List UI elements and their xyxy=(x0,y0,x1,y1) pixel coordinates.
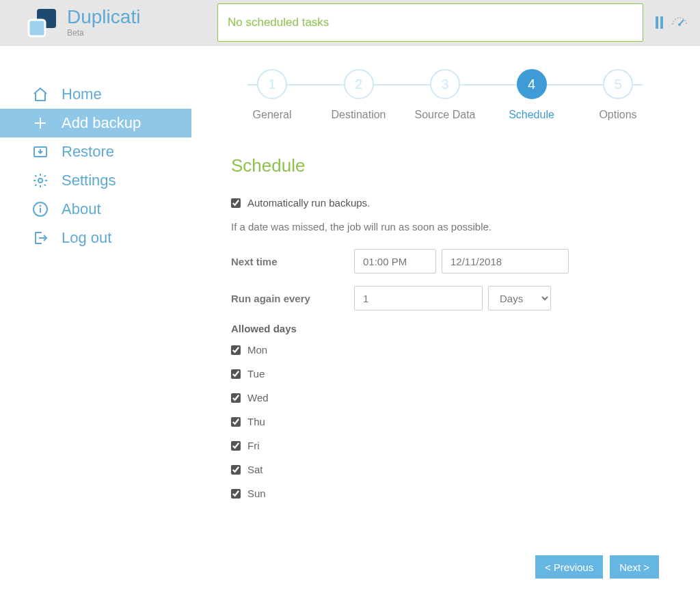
svg-rect-1 xyxy=(29,20,45,36)
sidebar-item-settings[interactable]: Settings xyxy=(0,166,191,195)
day-label: Tue xyxy=(247,368,265,380)
schedule-hint: If a date was missed, the job will run a… xyxy=(231,221,659,233)
gear-icon xyxy=(31,172,49,189)
sidebar-item-add-backup[interactable]: Add backup xyxy=(0,109,191,137)
status-box: No scheduled tasks xyxy=(217,3,643,42)
step-number: 4 xyxy=(517,69,547,99)
step-number: 5 xyxy=(603,69,633,99)
section-heading: Schedule xyxy=(231,155,659,176)
home-icon xyxy=(31,85,49,103)
content: 1 General 2 Destination 3 Source Data 4 … xyxy=(191,46,700,610)
sidebar-item-logout[interactable]: Log out xyxy=(0,224,191,252)
step-source-data[interactable]: 3 Source Data xyxy=(404,69,486,121)
sidebar-item-label: Log out xyxy=(62,229,111,247)
day-mon-checkbox[interactable] xyxy=(231,345,241,355)
next-date-input[interactable] xyxy=(442,249,569,274)
plus-icon xyxy=(31,114,49,132)
step-label: Destination xyxy=(318,109,400,121)
day-thu-checkbox[interactable] xyxy=(231,417,241,427)
day-label: Sun xyxy=(247,488,266,499)
status-text: No scheduled tasks xyxy=(228,16,329,29)
next-button[interactable]: Next > xyxy=(610,555,659,579)
step-label: General xyxy=(231,109,313,121)
sidebar-item-label: Settings xyxy=(62,172,116,189)
logo-wrap: Duplicati Beta xyxy=(26,6,217,39)
step-number: 1 xyxy=(257,69,287,99)
step-destination[interactable]: 2 Destination xyxy=(318,69,400,121)
app-logo-icon xyxy=(26,6,59,39)
run-again-value-input[interactable] xyxy=(354,286,483,310)
step-number: 2 xyxy=(344,69,374,99)
day-sat-checkbox[interactable] xyxy=(231,465,241,475)
day-tue-checkbox[interactable] xyxy=(231,369,241,379)
restore-icon xyxy=(31,143,49,161)
day-label: Sat xyxy=(247,464,263,475)
sidebar-item-about[interactable]: About xyxy=(0,195,191,224)
next-time-label: Next time xyxy=(231,256,354,267)
sidebar-item-label: Restore xyxy=(62,143,114,161)
auto-run-checkbox[interactable] xyxy=(231,198,241,208)
step-label: Schedule xyxy=(491,109,573,121)
throttle-icon[interactable] xyxy=(671,16,688,29)
day-label: Fri xyxy=(247,440,260,451)
allowed-days-label: Allowed days xyxy=(231,323,659,334)
sidebar-item-home[interactable]: Home xyxy=(0,80,191,109)
sidebar-item-label: Home xyxy=(62,85,102,103)
day-label: Thu xyxy=(247,416,265,427)
wizard-stepper: 1 General 2 Destination 3 Source Data 4 … xyxy=(231,69,659,121)
step-options[interactable]: 5 Options xyxy=(577,69,659,121)
sidebar-item-label: About xyxy=(62,200,101,218)
day-sun-checkbox[interactable] xyxy=(231,489,241,499)
sidebar: Home Add backup Restore Settings About L… xyxy=(0,46,191,610)
app-subtitle: Beta xyxy=(67,28,140,38)
logout-icon xyxy=(31,229,49,247)
pause-icon[interactable] xyxy=(656,16,663,29)
run-again-unit-select[interactable]: Days xyxy=(488,286,551,310)
step-label: Source Data xyxy=(404,109,486,121)
previous-button[interactable]: < Previous xyxy=(535,555,603,579)
sidebar-item-label: Add backup xyxy=(62,114,141,132)
sidebar-item-restore[interactable]: Restore xyxy=(0,137,191,166)
day-wed-checkbox[interactable] xyxy=(231,393,241,403)
svg-point-7 xyxy=(38,178,42,183)
step-number: 3 xyxy=(430,69,460,99)
day-fri-checkbox[interactable] xyxy=(231,441,241,451)
svg-point-10 xyxy=(40,206,41,207)
step-schedule[interactable]: 4 Schedule xyxy=(491,69,573,121)
app-title: Duplicati xyxy=(67,8,140,27)
next-time-input[interactable] xyxy=(354,249,436,274)
top-bar: Duplicati Beta No scheduled tasks xyxy=(0,0,700,46)
day-label: Mon xyxy=(247,344,267,356)
svg-point-3 xyxy=(678,23,681,26)
auto-run-label: Automatically run backups. xyxy=(247,197,370,209)
info-icon xyxy=(31,200,49,218)
run-again-label: Run again every xyxy=(231,293,354,304)
step-general[interactable]: 1 General xyxy=(231,69,313,121)
step-label: Options xyxy=(577,109,659,121)
day-label: Wed xyxy=(247,392,269,403)
